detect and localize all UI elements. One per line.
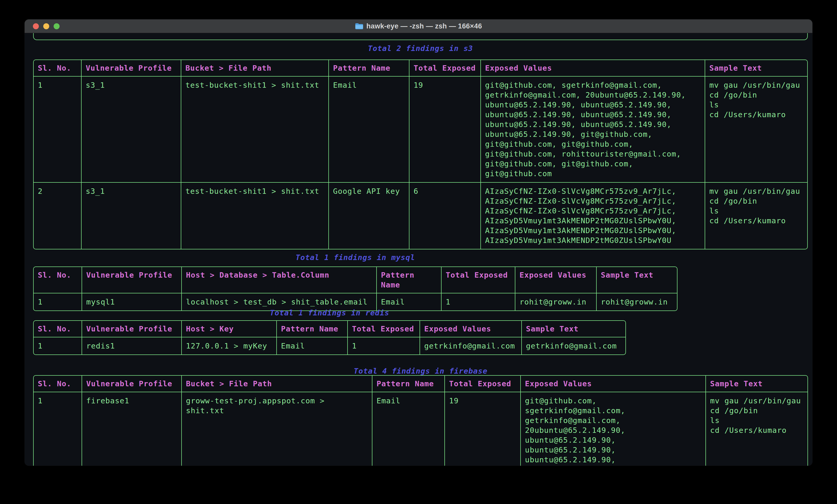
titlebar[interactable]: hawk-eye — -zsh — zsh — 166×46 (24, 19, 813, 33)
column-header: Sl. No. (34, 321, 82, 337)
table-cell: mv gau /usr/bin/gaucd /go/binlscd /Users… (705, 77, 807, 182)
window-title-group: hawk-eye — -zsh — zsh — 166×46 (355, 22, 482, 30)
table-cell: test-bucket-shit1 > shit.txt (181, 183, 329, 249)
table-cell: 1 (34, 392, 82, 466)
table-cell: Email (372, 392, 445, 466)
table-cell: git@github.com,sgetrkinfo@gmail.com,getr… (521, 392, 706, 466)
table-header-row: Sl. No.Vulnerable ProfileBucket > File P… (34, 376, 807, 392)
column-header: Vulnerable Profile (82, 267, 182, 293)
column-header: Vulnerable Profile (82, 321, 182, 337)
previous-table-bottom-border (33, 33, 808, 40)
section-title-firebase: Total 4 findings in firebase (33, 366, 808, 376)
table-cell: 6 (409, 183, 481, 249)
folder-icon (355, 23, 363, 30)
table-header-row: Sl. No.Vulnerable ProfileBucket > File P… (34, 60, 807, 77)
table-header-row: Sl. No.Vulnerable ProfileHost > Database… (34, 267, 677, 293)
table-row: 2s3_1test-bucket-shit1 > shit.txtGoogle … (34, 183, 807, 249)
table-row: 1s3_1test-bucket-shit1 > shit.txtEmail19… (34, 77, 807, 183)
traffic-lights (33, 23, 59, 29)
minimize-button[interactable] (43, 23, 49, 29)
table-cell: 1 (348, 337, 420, 354)
table-cell: s3_1 (82, 183, 181, 249)
terminal-window: hawk-eye — -zsh — zsh — 166×46 Total 2 f… (24, 19, 813, 466)
table-cell: Email (277, 337, 348, 354)
findings-table-redis: Sl. No.Vulnerable ProfileHost > KeyPatte… (33, 320, 626, 355)
column-header: Total Exposed (445, 376, 521, 392)
table-cell: 1 (34, 337, 82, 354)
table-cell: getrkinfo@gmail.com (522, 337, 625, 354)
column-header: Host > Key (182, 321, 277, 337)
table-cell: AIzaSyCfNZ-IZx0-SlVcVg8MCr575zv9_Ar7jLc,… (481, 183, 705, 249)
table-cell: mv gau /usr/bin/gaucd /go/binlscd /Users… (705, 183, 807, 249)
column-header: Sl. No. (34, 267, 82, 293)
section-title-mysql: Total 1 findings in mysql (33, 253, 677, 262)
column-header: Pattern Name (277, 321, 348, 337)
column-header: Pattern Name (372, 376, 445, 392)
column-header: Bucket > File Path (182, 376, 372, 392)
close-button[interactable] (33, 23, 39, 29)
window-title: hawk-eye — -zsh — zsh — 166×46 (367, 22, 482, 30)
table-cell: getrkinfo@gmail.com (420, 337, 522, 354)
table-cell: groww-test-proj.appspot.com >shit.txt (182, 392, 372, 466)
table-cell: Google API key (329, 183, 409, 249)
table-cell: mv gau /usr/bin/gaucd /go/binlscd /Users… (706, 392, 807, 466)
column-header: Sample Text (522, 321, 625, 337)
column-header: Vulnerable Profile (82, 60, 181, 76)
table-cell: 19 (445, 392, 521, 466)
table-cell: firebase1 (82, 392, 182, 466)
terminal-content: Total 2 findings in s3Sl. No.Vulnerable … (24, 33, 813, 466)
column-header: Vulnerable Profile (82, 376, 182, 392)
table-cell: Email (329, 77, 409, 182)
table-cell: 2 (34, 183, 82, 249)
column-header: Bucket > File Path (181, 60, 329, 76)
table-cell: test-bucket-shit1 > shit.txt (181, 77, 329, 182)
findings-table-mysql: Sl. No.Vulnerable ProfileHost > Database… (33, 266, 677, 311)
column-header: Total Exposed (442, 267, 515, 293)
table-cell: 19 (409, 77, 481, 182)
table-header-row: Sl. No.Vulnerable ProfileHost > KeyPatte… (34, 321, 625, 337)
table-row: 1firebase1groww-test-proj.appspot.com >s… (34, 392, 807, 466)
column-header: Sl. No. (34, 376, 82, 392)
column-header: Total Exposed (409, 60, 481, 76)
column-header: Pattern Name (377, 267, 442, 293)
table-cell: git@github.com, sgetrkinfo@gmail.com,get… (481, 77, 705, 182)
table-cell: 1 (34, 77, 82, 182)
section-title-redis: Total 1 findings in redis (33, 308, 626, 318)
column-header: Sample Text (705, 60, 807, 76)
table-cell: redis1 (82, 337, 182, 354)
table-cell: s3_1 (82, 77, 181, 182)
column-header: Total Exposed (348, 321, 420, 337)
column-header: Exposed Values (515, 267, 597, 293)
findings-table-firebase: Sl. No.Vulnerable ProfileBucket > File P… (33, 375, 808, 466)
column-header: Exposed Values (521, 376, 706, 392)
zoom-button[interactable] (54, 23, 59, 29)
section-title-s3: Total 2 findings in s3 (33, 43, 808, 53)
column-header: Sample Text (706, 376, 807, 392)
desktop-background: hawk-eye — -zsh — zsh — 166×46 Total 2 f… (0, 0, 837, 504)
column-header: Pattern Name (329, 60, 409, 76)
column-header: Exposed Values (420, 321, 522, 337)
column-header: Exposed Values (481, 60, 705, 76)
findings-table-s3: Sl. No.Vulnerable ProfileBucket > File P… (33, 59, 808, 249)
column-header: Sl. No. (34, 60, 82, 76)
table-cell: 127.0.0.1 > myKey (182, 337, 277, 354)
table-row: 1redis1127.0.0.1 > myKeyEmail1getrkinfo@… (34, 337, 625, 354)
column-header: Host > Database > Table.Column (182, 267, 377, 293)
column-header: Sample Text (597, 267, 677, 293)
